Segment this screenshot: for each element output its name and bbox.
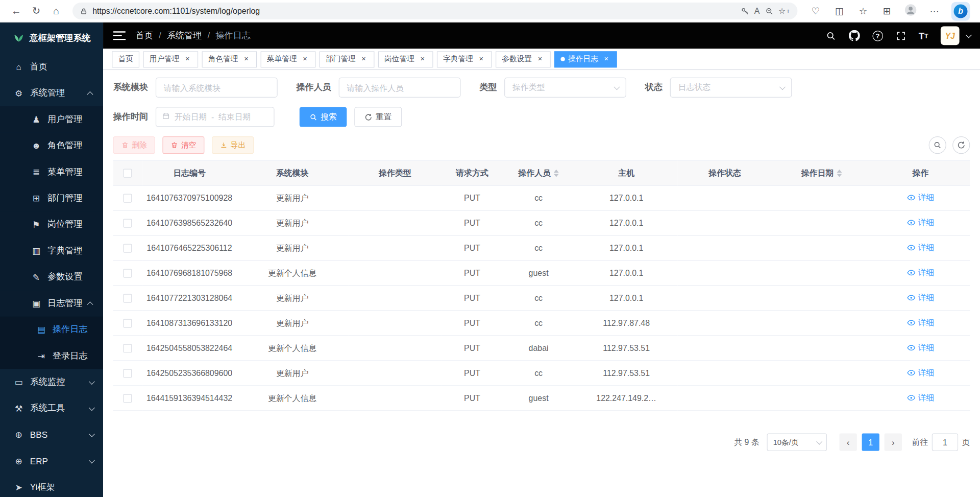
sidebar-menu-item[interactable]: ⚙ 系统管理: [0, 80, 103, 106]
sidebar-menu-item[interactable]: ▭ 系统监控: [0, 369, 103, 395]
sidebar-menu-item[interactable]: ☻ 角色管理: [0, 133, 103, 159]
breadcrumb-item[interactable]: 操作日志: [215, 30, 251, 41]
sidebar-menu-item[interactable]: ▣ 日志管理: [0, 290, 103, 316]
close-icon[interactable]: ×: [477, 55, 485, 63]
zoom-out-icon[interactable]: [765, 7, 773, 15]
page-size-select[interactable]: 10条/页: [767, 434, 827, 451]
column-header[interactable]: 操作类型: [348, 160, 443, 185]
address-bar[interactable]: A ☆+: [72, 3, 797, 19]
split-screen-icon[interactable]: ◫: [832, 5, 846, 16]
tab[interactable]: 参数设置 ×: [496, 51, 551, 67]
tab[interactable]: 岗位管理 ×: [378, 51, 433, 67]
prev-page-button[interactable]: ‹: [839, 434, 856, 451]
module-input[interactable]: [156, 78, 278, 98]
tab[interactable]: 用户管理 ×: [143, 51, 198, 67]
detail-link[interactable]: 详细: [906, 217, 934, 228]
sidebar-menu-item[interactable]: ▥ 字典管理: [0, 238, 103, 264]
tab[interactable]: 字典管理 ×: [437, 51, 492, 67]
row-checkbox[interactable]: [124, 294, 132, 303]
detail-link[interactable]: 详细: [906, 242, 934, 253]
search-icon[interactable]: [825, 30, 836, 41]
read-aloud-icon[interactable]: A: [754, 6, 760, 15]
column-header[interactable]: 系统模块: [236, 160, 348, 185]
detail-link[interactable]: 详细: [906, 367, 934, 378]
sidebar-menu-item[interactable]: ⊕ BBS: [0, 421, 103, 447]
close-icon[interactable]: ×: [242, 55, 251, 63]
sidebar-menu-item[interactable]: ➤ Yi框架: [0, 474, 103, 497]
status-select[interactable]: 日志状态: [670, 78, 792, 98]
search-button[interactable]: 搜索: [300, 107, 347, 127]
github-icon[interactable]: [849, 30, 860, 41]
tab[interactable]: 首页 ×: [112, 51, 139, 67]
password-key-icon[interactable]: [741, 7, 749, 15]
column-header[interactable]: 主机: [575, 160, 677, 185]
sidebar-menu-item[interactable]: ≣ 菜单管理: [0, 159, 103, 185]
bing-copilot-button[interactable]: b: [951, 2, 970, 20]
collections-icon[interactable]: ⊞: [880, 5, 894, 16]
row-checkbox[interactable]: [124, 194, 132, 203]
delete-button[interactable]: 删除: [113, 136, 155, 154]
sidebar-menu-item[interactable]: ♟ 用户管理: [0, 106, 103, 132]
user-avatar[interactable]: YJ: [941, 26, 960, 45]
hamburger-icon[interactable]: [113, 31, 126, 40]
chevron-down-icon[interactable]: [966, 32, 972, 38]
back-icon[interactable]: ←: [8, 2, 25, 19]
browser-essentials-icon[interactable]: ♡: [808, 5, 822, 16]
add-favorite-icon[interactable]: ☆+: [778, 6, 790, 15]
operator-input[interactable]: [339, 78, 461, 98]
row-checkbox[interactable]: [124, 344, 132, 353]
detail-link[interactable]: 详细: [906, 342, 934, 353]
sort-asc-icon[interactable]: [554, 169, 559, 172]
font-size-icon[interactable]: TT: [919, 30, 928, 41]
url-input[interactable]: [92, 6, 736, 15]
date-range-picker[interactable]: 开始日期 - 结束日期: [156, 107, 275, 127]
sidebar-menu-item[interactable]: ⚒ 系统工具: [0, 395, 103, 421]
sort-desc-icon[interactable]: [837, 174, 842, 177]
fullscreen-icon[interactable]: [895, 30, 906, 41]
sort-carets-icon[interactable]: [554, 169, 559, 177]
close-icon[interactable]: ×: [183, 55, 192, 63]
row-checkbox[interactable]: [124, 394, 132, 403]
detail-link[interactable]: 详细: [906, 192, 934, 203]
sort-desc-icon[interactable]: [554, 174, 559, 177]
reset-button[interactable]: 重置: [354, 107, 402, 127]
detail-link[interactable]: 详细: [906, 292, 934, 303]
row-checkbox[interactable]: [124, 369, 132, 378]
settings-dots-icon[interactable]: ···: [927, 6, 941, 16]
sidebar-menu-item[interactable]: ▤ 操作日志: [0, 317, 103, 343]
detail-link[interactable]: 详细: [906, 392, 934, 404]
row-checkbox[interactable]: [124, 269, 132, 278]
column-header[interactable]: 操作日期: [772, 160, 871, 185]
sidebar-menu-item[interactable]: ⇥ 登录日志: [0, 343, 103, 369]
clear-button[interactable]: 清空: [162, 136, 204, 154]
export-button[interactable]: 导出: [212, 136, 254, 154]
toggle-search-icon[interactable]: [929, 136, 946, 154]
app-logo[interactable]: 意框架管理系统: [0, 22, 103, 54]
detail-link[interactable]: 详细: [906, 317, 934, 328]
breadcrumb-item[interactable]: 首页: [136, 30, 167, 41]
column-header[interactable]: 操作人员: [502, 160, 575, 185]
next-page-button[interactable]: ›: [885, 434, 902, 451]
breadcrumb-item[interactable]: 系统管理: [167, 30, 215, 41]
type-select[interactable]: 操作类型: [504, 78, 626, 98]
help-icon[interactable]: ?: [872, 30, 883, 41]
row-checkbox[interactable]: [124, 219, 132, 228]
sidebar-menu-item[interactable]: ⚑ 岗位管理: [0, 211, 103, 238]
sidebar-menu-item[interactable]: ✎ 参数设置: [0, 264, 103, 290]
refresh-icon[interactable]: [952, 136, 970, 154]
profile-avatar-icon[interactable]: [904, 3, 918, 19]
sidebar-menu-item[interactable]: ⊕ ERP: [0, 448, 103, 474]
sidebar-menu-item[interactable]: ⌂ 首页: [0, 54, 103, 80]
detail-link[interactable]: 详细: [906, 267, 934, 278]
close-icon[interactable]: ×: [602, 55, 610, 63]
page-number-button[interactable]: 1: [862, 434, 879, 451]
row-checkbox[interactable]: [124, 319, 132, 328]
close-icon[interactable]: ×: [301, 55, 309, 63]
column-header[interactable]: 操作状态: [678, 160, 772, 185]
goto-page-input[interactable]: [932, 434, 958, 451]
select-all-checkbox[interactable]: [124, 169, 132, 178]
close-icon[interactable]: ×: [535, 55, 544, 63]
sort-asc-icon[interactable]: [837, 169, 842, 172]
tab[interactable]: 操作日志 ×: [554, 51, 617, 67]
favorites-icon[interactable]: ☆: [856, 5, 870, 16]
